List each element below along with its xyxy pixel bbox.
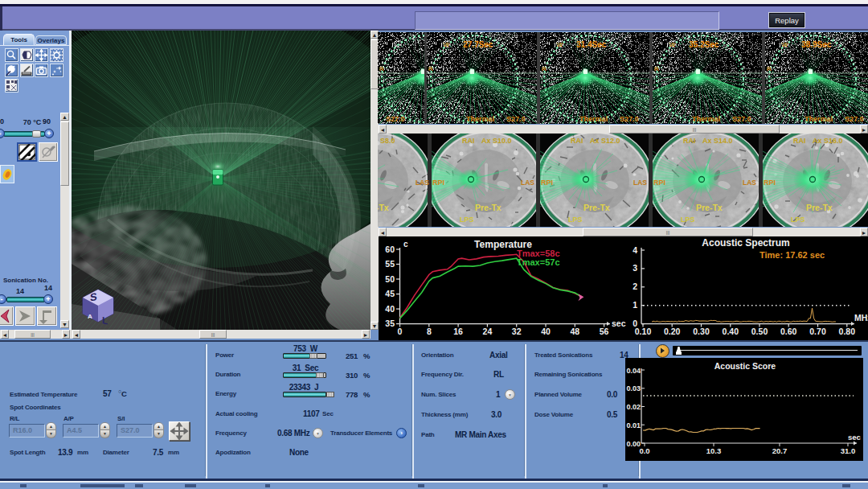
svg-text:4: 4 bbox=[633, 245, 637, 255]
svg-text:Acoustic Spectrum: Acoustic Spectrum bbox=[702, 237, 789, 249]
svg-text:40: 40 bbox=[385, 304, 395, 314]
svg-text:Ax S14.0: Ax S14.0 bbox=[702, 137, 733, 145]
svg-text:Ax S8.0: Ax S8.0 bbox=[378, 137, 395, 145]
svg-text:32: 32 bbox=[512, 327, 522, 336]
svg-text:Ax S10.0: Ax S10.0 bbox=[481, 137, 512, 145]
svg-text:35: 35 bbox=[385, 318, 395, 328]
svg-text:RAI: RAI bbox=[793, 137, 806, 145]
svg-text:8: 8 bbox=[427, 327, 432, 336]
svg-text:RAI: RAI bbox=[683, 137, 696, 145]
svg-text:2: 2 bbox=[633, 281, 637, 291]
svg-text:31.0: 31.0 bbox=[841, 446, 856, 455]
svg-text:0.02: 0.02 bbox=[626, 403, 641, 411]
svg-text:0.30: 0.30 bbox=[693, 327, 710, 336]
svg-text:Pre-Tx: Pre-Tx bbox=[806, 203, 833, 212]
svg-text:S27.0: S27.0 bbox=[732, 115, 751, 123]
svg-text:R: R bbox=[767, 65, 772, 72]
svg-text:20.7: 20.7 bbox=[772, 446, 788, 455]
svg-text:S27.0: S27.0 bbox=[506, 115, 526, 123]
svg-text:38.9Sec: 38.9Sec bbox=[801, 40, 832, 49]
svg-text:40: 40 bbox=[541, 327, 551, 336]
svg-text:A: A bbox=[88, 313, 92, 320]
svg-text:Acoustic Score: Acoustic Score bbox=[714, 361, 776, 371]
svg-text:Pre-Tx: Pre-Tx bbox=[378, 203, 389, 212]
svg-text:45: 45 bbox=[385, 289, 395, 298]
svg-text:RPI: RPI bbox=[541, 179, 553, 187]
svg-text:3: 3 bbox=[633, 263, 637, 273]
svg-text:0.50: 0.50 bbox=[751, 327, 768, 336]
svg-text:31.4Sec: 31.4Sec bbox=[576, 40, 607, 49]
svg-text:R: R bbox=[379, 65, 384, 72]
svg-text:10.3: 10.3 bbox=[706, 446, 722, 455]
svg-text:LPS: LPS bbox=[791, 216, 805, 224]
svg-text:RAI: RAI bbox=[462, 137, 475, 145]
svg-text:55: 55 bbox=[385, 259, 395, 269]
svg-text:Ax S12.0: Ax S12.0 bbox=[590, 137, 620, 145]
svg-text:RPI: RPI bbox=[653, 179, 665, 187]
svg-text:R: R bbox=[428, 65, 433, 72]
svg-text:60: 60 bbox=[385, 244, 395, 254]
svg-text:0.0: 0.0 bbox=[639, 446, 649, 455]
svg-text:S27.0: S27.0 bbox=[386, 115, 405, 123]
svg-text:RAI: RAI bbox=[571, 137, 583, 145]
svg-text:c: c bbox=[403, 240, 408, 249]
svg-text:Pre-Tx: Pre-Tx bbox=[583, 203, 610, 212]
svg-text:Pre-Tx: Pre-Tx bbox=[475, 203, 502, 212]
svg-text:sec: sec bbox=[848, 433, 861, 442]
svg-text:sec: sec bbox=[612, 318, 626, 328]
svg-text:Tmax=57c: Tmax=57c bbox=[517, 257, 560, 267]
svg-text:Thermal: Thermal bbox=[466, 115, 494, 123]
svg-text:Thermal: Thermal bbox=[579, 115, 608, 123]
svg-text:0: 0 bbox=[398, 327, 403, 336]
svg-text:LPS: LPS bbox=[681, 216, 695, 224]
svg-text:1: 1 bbox=[633, 300, 637, 310]
svg-text:LPS: LPS bbox=[460, 216, 474, 224]
svg-text:RPI: RPI bbox=[432, 179, 444, 187]
svg-text:0.60: 0.60 bbox=[780, 327, 797, 336]
svg-text:Thermal: Thermal bbox=[805, 115, 833, 123]
svg-text:W: W bbox=[444, 41, 450, 48]
svg-text:L: L bbox=[102, 314, 108, 327]
svg-text:27.7Sec: 27.7Sec bbox=[463, 40, 493, 49]
svg-text:0.70: 0.70 bbox=[809, 327, 826, 336]
svg-text:56: 56 bbox=[600, 327, 609, 336]
svg-text:0.01: 0.01 bbox=[626, 421, 641, 429]
svg-text:0.00: 0.00 bbox=[626, 440, 641, 448]
svg-text:Ax S16.0: Ax S16.0 bbox=[813, 137, 843, 145]
svg-text:50: 50 bbox=[385, 274, 395, 284]
svg-text:0.80: 0.80 bbox=[839, 327, 856, 336]
svg-text:W: W bbox=[782, 41, 788, 48]
svg-text:Thermal: Thermal bbox=[692, 115, 720, 123]
svg-text:S27.0: S27.0 bbox=[620, 115, 639, 123]
svg-text:MHz: MHz bbox=[854, 313, 868, 323]
svg-text:0.40: 0.40 bbox=[723, 327, 739, 336]
svg-text:16: 16 bbox=[453, 327, 463, 336]
svg-text:0.20: 0.20 bbox=[664, 327, 681, 336]
svg-text:24: 24 bbox=[483, 327, 493, 336]
svg-text:S27.0: S27.0 bbox=[845, 115, 864, 123]
svg-text:Time: 17.62 sec: Time: 17.62 sec bbox=[760, 250, 825, 260]
svg-text:48: 48 bbox=[570, 327, 579, 336]
svg-text:W: W bbox=[669, 41, 676, 48]
svg-text:RPI: RPI bbox=[764, 179, 776, 187]
svg-text:0.03: 0.03 bbox=[626, 384, 641, 392]
svg-text:LPS: LPS bbox=[568, 216, 583, 224]
svg-text:35.2Sec: 35.2Sec bbox=[689, 40, 719, 49]
svg-text:0.10: 0.10 bbox=[635, 327, 652, 336]
svg-text:0.04: 0.04 bbox=[626, 367, 641, 375]
svg-text:W: W bbox=[557, 41, 563, 48]
svg-text:Pre-Tx: Pre-Tx bbox=[696, 203, 723, 212]
svg-text:R: R bbox=[542, 65, 547, 72]
svg-text:R: R bbox=[654, 65, 659, 72]
svg-text:S: S bbox=[90, 290, 97, 303]
